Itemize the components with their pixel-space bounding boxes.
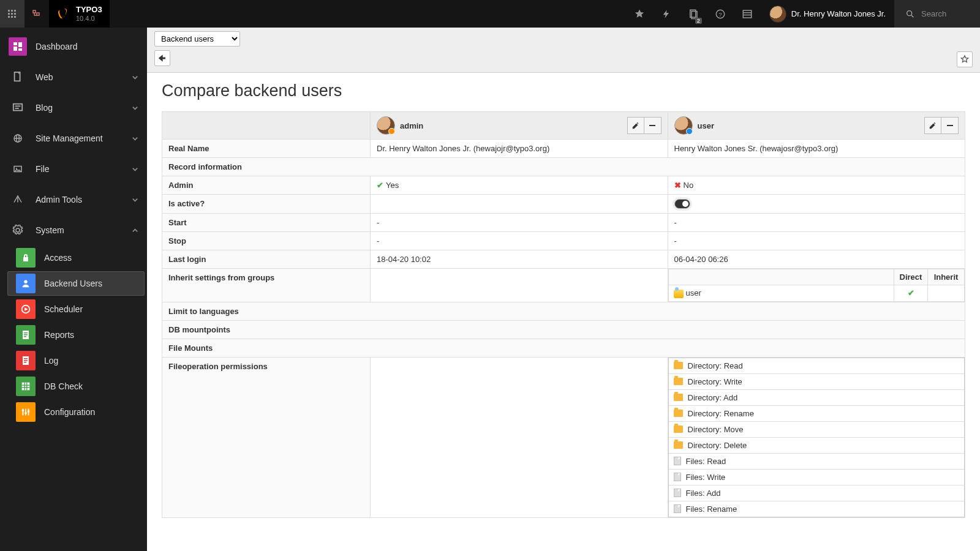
cell-admin-0: ✔Yes <box>371 176 668 195</box>
sidebar-label: Backend Users <box>44 279 102 288</box>
user-avatar-icon <box>674 116 693 135</box>
row-label: Inherit settings from groups <box>162 269 371 302</box>
permission-label: Directory: Move <box>688 425 744 434</box>
svg-text:?: ? <box>718 10 722 17</box>
chevron-down-icon <box>132 197 138 203</box>
inherit-group-name: user <box>668 285 894 302</box>
sidebar-item-backend-users[interactable]: Backend Users <box>7 271 145 296</box>
svg-rect-6 <box>8 16 10 18</box>
main-content: Backend users Compare backend users <box>147 28 980 551</box>
check-icon: ✔ <box>899 288 922 298</box>
row-label: Fileoperation permissions <box>162 357 371 517</box>
sidebar-group-file[interactable]: File <box>0 154 147 184</box>
sidebar-label: Reports <box>44 330 74 340</box>
opendocs-icon[interactable]: 2 <box>680 0 707 28</box>
svg-rect-46 <box>22 383 30 391</box>
permission-label: Directory: Add <box>688 393 738 402</box>
edit-button[interactable] <box>924 117 941 134</box>
sidebar-group-web[interactable]: Web <box>0 62 147 92</box>
sidebar-group-site-management[interactable]: Site Management <box>0 123 147 154</box>
topbar-left: TYPO3 10.4.0 <box>0 0 110 28</box>
svg-rect-43 <box>24 358 28 359</box>
file-icon <box>674 457 681 465</box>
sidebar-item-dashboard[interactable]: Dashboard <box>0 31 147 62</box>
pagetree-icon[interactable] <box>24 0 49 28</box>
cell-start-0: - <box>371 214 668 232</box>
file-permission-item: Directory: Write <box>669 373 965 389</box>
compare-user-header-0: admin <box>371 112 668 140</box>
sidebar-group-blog[interactable]: Blog <box>0 92 147 123</box>
svg-rect-4 <box>11 13 13 15</box>
cell-admin-1: ✖No <box>668 176 965 195</box>
cache-flash-icon[interactable] <box>653 0 680 28</box>
module-mode-select[interactable]: Backend users <box>154 31 240 47</box>
sidebar-item-db-check[interactable]: DB Check <box>7 374 145 399</box>
chevron-down-icon <box>132 74 138 81</box>
col-inherit: Inherit <box>928 269 965 285</box>
edit-button[interactable] <box>627 117 644 134</box>
sidebar-label: Log <box>44 356 58 365</box>
folder-icon <box>674 362 683 369</box>
user-avatar-icon <box>377 116 395 135</box>
permission-label: Files: Rename <box>686 504 737 514</box>
file-permission-item: Directory: Delete <box>669 437 965 453</box>
svg-point-35 <box>24 280 27 283</box>
svg-rect-3 <box>8 13 10 15</box>
cell-start-1: - <box>668 214 965 232</box>
sidebar-label: Dashboard <box>36 42 78 51</box>
module-group-icon <box>9 68 27 86</box>
svg-rect-0 <box>8 10 10 12</box>
sidebar-item-configuration[interactable]: Configuration <box>7 400 145 424</box>
file-permission-item: Files: Add <box>669 485 965 501</box>
svg-rect-25 <box>13 104 22 111</box>
cell-inherit-0 <box>371 269 668 302</box>
permission-label: Directory: Read <box>688 361 743 370</box>
sidebar-group-system[interactable]: System <box>0 215 147 246</box>
module-icon <box>16 377 36 396</box>
brand[interactable]: TYPO3 10.4.0 <box>49 0 110 28</box>
file-icon <box>674 473 681 481</box>
svg-rect-58 <box>947 125 953 126</box>
svg-rect-45 <box>24 362 26 363</box>
sidebar-item-log[interactable]: Log <box>7 348 145 373</box>
dashboard-icon <box>9 37 27 56</box>
application-info-icon[interactable] <box>734 0 761 28</box>
module-icon <box>16 299 36 319</box>
folder-icon <box>674 378 683 385</box>
check-icon: ✔ <box>377 181 383 190</box>
search-field[interactable]: Search <box>894 0 980 28</box>
sidebar-label: Access <box>44 253 72 263</box>
compare-username: admin <box>400 121 423 130</box>
remove-button[interactable] <box>644 117 662 134</box>
help-icon[interactable]: ? <box>707 0 734 28</box>
svg-marker-37 <box>24 307 28 310</box>
svg-rect-9 <box>33 10 36 13</box>
sidebar-item-scheduler[interactable]: Scheduler <box>7 297 145 321</box>
chevron-down-icon <box>132 105 138 111</box>
sidebar-group-admin-tools[interactable]: Admin Tools <box>0 184 147 215</box>
sidebar-item-reports[interactable]: Reports <box>7 323 145 347</box>
cell-active-0 <box>371 195 668 214</box>
sidebar-item-access[interactable]: Access <box>7 246 145 270</box>
active-toggle[interactable] <box>674 199 690 209</box>
module-icon <box>16 274 36 293</box>
sidebar-label: Web <box>36 72 53 82</box>
svg-rect-23 <box>18 48 22 51</box>
cell-real-name-1: Henry Walton Jones Sr. (hewajosr@typo3.o… <box>668 140 965 158</box>
back-button[interactable] <box>154 50 170 66</box>
col-direct: Direct <box>894 269 928 285</box>
bookmark-star-icon[interactable] <box>626 0 653 28</box>
apps-icon[interactable] <box>0 0 24 28</box>
sidebar-label: Site Management <box>36 133 103 143</box>
cell-active-1 <box>668 195 965 214</box>
svg-rect-2 <box>14 10 16 12</box>
permission-label: Directory: Rename <box>688 409 754 418</box>
user-menu[interactable]: Dr. Henry Walton Jones Jr. <box>761 0 894 28</box>
bookmark-button[interactable] <box>957 51 973 67</box>
remove-button[interactable] <box>941 117 959 134</box>
search-placeholder: Search <box>921 9 946 18</box>
folder-icon <box>674 441 683 449</box>
module-icon <box>16 248 36 268</box>
sidebar-label: Blog <box>36 103 53 113</box>
module-docheader: Backend users <box>147 28 980 73</box>
